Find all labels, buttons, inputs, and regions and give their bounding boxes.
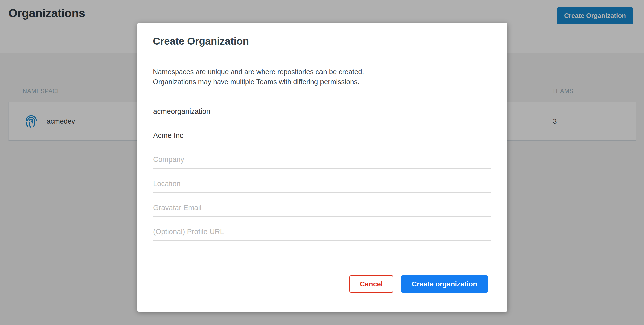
modal-description-line1: Namespaces are unique and are where repo… <box>153 67 364 77</box>
modal-footer: Cancel Create organization <box>349 275 488 293</box>
location-input[interactable] <box>153 178 491 193</box>
field-row <box>153 217 491 241</box>
org-display-name-input[interactable] <box>153 130 491 144</box>
field-row <box>153 144 491 169</box>
field-row <box>153 169 491 193</box>
field-row <box>153 120 491 144</box>
org-namespace-input[interactable] <box>153 106 491 120</box>
create-organization-submit-button[interactable]: Create organization <box>401 275 488 293</box>
gravatar-email-input[interactable] <box>153 202 491 217</box>
modal-description: Namespaces are unique and are where repo… <box>153 67 364 87</box>
field-row <box>153 96 491 120</box>
field-row <box>153 193 491 217</box>
profile-url-input[interactable] <box>153 226 491 241</box>
modal-title: Create Organization <box>153 35 249 47</box>
modal-form <box>153 96 491 241</box>
modal-description-line2: Organizations may have multiple Teams wi… <box>153 77 364 87</box>
create-organization-modal: Create Organization Namespaces are uniqu… <box>137 23 507 312</box>
organizations-page: Organizations Create Organization NAMESP… <box>0 0 644 325</box>
company-input[interactable] <box>153 154 491 169</box>
cancel-button[interactable]: Cancel <box>349 275 393 293</box>
